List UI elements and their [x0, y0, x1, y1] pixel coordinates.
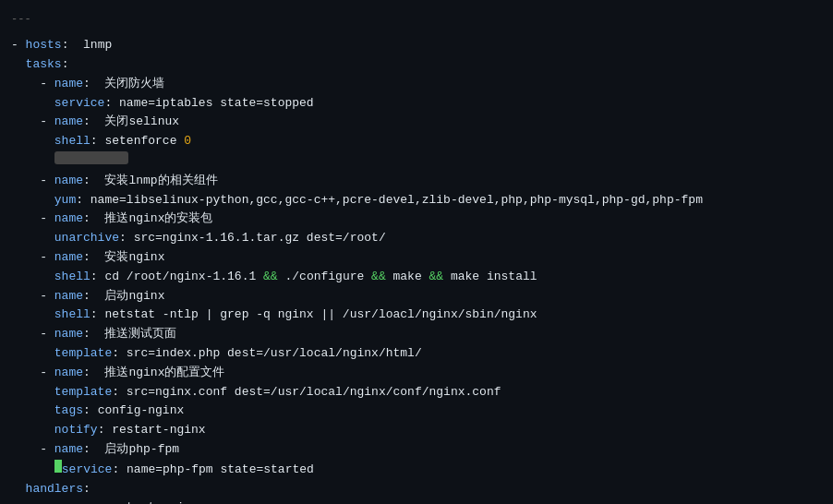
code-text: [11, 344, 54, 364]
code-line: yum: name=libselinux-python,gcc,gcc-c++,…: [11, 191, 822, 210]
code-line: service: name=php-fpm state=started: [11, 460, 822, 480]
code-text: [11, 55, 26, 75]
code-line: tasks:: [11, 55, 822, 75]
code-text: :: [62, 55, 69, 75]
code-line: shell: netstat -ntlp | grep -q nginx || …: [11, 306, 822, 325]
code-text: ./configure: [278, 268, 371, 287]
code-text: -: [11, 498, 54, 504]
code-text: : name=libselinux-python,gcc,gcc-c++,pcr…: [76, 191, 703, 210]
code-text: : 安装nginx: [83, 248, 164, 268]
code-text: : restart-nginx: [83, 498, 199, 504]
code-text: : 推送测试页面: [83, 325, 176, 344]
code-line: - name: 安装lnmp的相关组件: [11, 172, 822, 191]
code-text: -: [11, 36, 26, 55]
code-line: template: src=index.php dest=/usr/local/…: [11, 344, 822, 364]
code-line: - name: 推送nginx的配置文件: [11, 364, 822, 383]
code-text: : src=nginx-1.16.1.tar.gz dest=/root/: [119, 229, 386, 248]
title-bar: ---: [11, 11, 822, 29]
code-text: [11, 383, 54, 402]
code-text: : src=index.php dest=/usr/local/nginx/ht…: [112, 344, 421, 364]
code-line: service: name=iptables state=stopped: [11, 94, 822, 114]
code-text: name: [54, 440, 83, 460]
code-line: handlers:: [11, 480, 822, 499]
code-text: -: [11, 210, 54, 229]
code-text: : src=nginx.conf dest=/usr/local/nginx/c…: [112, 383, 501, 402]
code-text: -: [11, 325, 54, 344]
code-text: handlers: [26, 480, 83, 499]
code-text: &&: [429, 268, 444, 287]
cursor: [54, 460, 62, 473]
code-text: name: [54, 210, 83, 229]
code-line: - hosts: lnmp: [11, 36, 822, 55]
code-text: : 关闭selinux: [83, 113, 179, 132]
code-text: [11, 229, 54, 248]
code-line: - name: 关闭防火墙: [11, 75, 822, 94]
code-text: shell: [54, 306, 91, 325]
code-text: : 启动nginx: [83, 287, 164, 306]
code-text: make: [386, 268, 429, 287]
code-line: - name: 启动php-fpm: [11, 440, 822, 460]
code-text: name: [54, 75, 83, 94]
code-text: [11, 191, 54, 210]
code-text: [11, 480, 26, 499]
code-text: -: [11, 248, 54, 268]
code-text: : 启动php-fpm: [83, 440, 179, 460]
code-line: [11, 151, 822, 172]
code-text: &&: [263, 268, 278, 287]
code-text: [11, 94, 54, 114]
code-container: --- - hosts: lnmp tasks: - name: 关闭防火墙 s…: [11, 7, 822, 504]
code-text: name: [54, 325, 83, 344]
code-text: hosts: [26, 36, 62, 55]
code-text: : name=iptables state=stopped: [104, 94, 313, 114]
code-text: -: [11, 287, 54, 306]
code-text: [11, 461, 54, 480]
code-text: [11, 268, 54, 287]
code-text: name: [54, 248, 83, 268]
code-text: make install: [443, 268, 537, 287]
code-text: [11, 402, 54, 421]
code-text: : name=php-fpm state=started: [112, 461, 313, 480]
code-text: : 关闭防火墙: [83, 75, 164, 94]
code-text: yum: [54, 191, 76, 210]
code-text: shell: [54, 132, 91, 151]
code-text: shell: [54, 268, 91, 287]
code-text: 0: [184, 132, 191, 151]
code-text: : 推送nginx的配置文件: [83, 364, 224, 383]
code-text: : restart-nginx: [98, 421, 206, 440]
code-text: template: [54, 344, 112, 364]
code-text: name: [54, 498, 83, 504]
code-text: : 安装lnmp的相关组件: [83, 172, 218, 191]
code-text: template: [54, 383, 112, 402]
code-text: service: [54, 94, 105, 114]
code-text: name: [54, 287, 83, 306]
code-text: name: [54, 364, 83, 383]
code-line: shell: setenforce 0: [11, 132, 822, 151]
code-text: name: [54, 172, 83, 191]
code-line: - name: 安装nginx: [11, 248, 822, 268]
code-text: -: [11, 440, 54, 460]
code-text: :: [83, 480, 91, 499]
code-line: template: src=nginx.conf dest=/usr/local…: [11, 383, 822, 402]
code-text: [11, 421, 54, 440]
code-text: service: [62, 461, 113, 480]
code-line: tags: config-nginx: [11, 402, 822, 421]
code-text: [11, 306, 54, 325]
code-text: unarchive: [54, 229, 119, 248]
code-text: notify: [54, 421, 98, 440]
code-text: : lnmp: [62, 36, 113, 55]
code-line: - name: restart-nginx: [11, 498, 822, 504]
code-text: -: [11, 364, 54, 383]
code-text: : 推送nginx的安装包: [83, 210, 212, 229]
code-text: : netstat -ntlp | grep -q nginx || /usr/…: [91, 306, 537, 325]
code-text: -: [11, 113, 54, 132]
code-text: tags: [54, 402, 83, 421]
code-line: - name: 关闭selinux: [11, 113, 822, 132]
code-text: [11, 132, 54, 151]
code-line: unarchive: src=nginx-1.16.1.tar.gz dest=…: [11, 229, 822, 248]
code-line: - name: 推送nginx的安装包: [11, 210, 822, 229]
code-line: notify: restart-nginx: [11, 421, 822, 440]
code-text: &&: [371, 268, 386, 287]
code-text: [11, 152, 54, 172]
code-line: shell: cd /root/nginx-1.16.1 && ./config…: [11, 268, 822, 287]
code-text: : setenforce: [91, 132, 184, 151]
